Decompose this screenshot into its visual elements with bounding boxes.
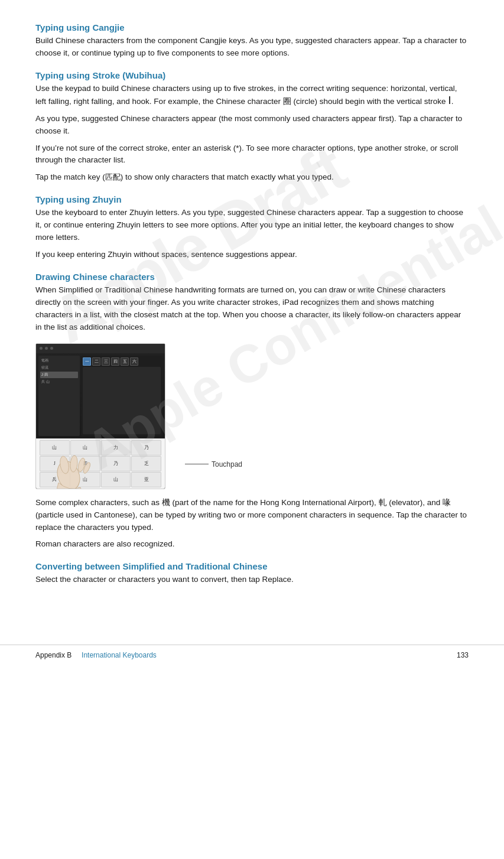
sidebar-row-3: J 四 [40, 372, 78, 378]
screen-dot-2 [45, 347, 48, 350]
callout-line [185, 464, 209, 464]
section-title-drawing: Drawing Chinese characters [35, 272, 469, 282]
screen-dot-3 [50, 347, 53, 350]
image-wrapper: 笔画 径流 J 四 兵 山 一 二 三 四 五 六 [35, 343, 236, 489]
page-container: Apple Draft Apple Confidential Typing us… [0, 0, 504, 673]
section-title-converting: Converting between Simplified and Tradit… [35, 561, 469, 571]
tp-cell-12: 亚 [131, 472, 161, 487]
zhuyin-para-0: Use the keyboard to enter Zhuyin letters… [35, 207, 469, 244]
page-footer: Appendix B International Keyboards 133 [0, 645, 504, 659]
char-cell-3: 三 [102, 357, 110, 366]
section-title-cangjie: Typing using Cangjie [35, 22, 469, 32]
tp-cell-8: 乏 [131, 456, 161, 471]
screen-dot-1 [40, 347, 43, 350]
tp-cell-7: 乃 [101, 456, 131, 471]
char-cell-2: 二 [92, 357, 100, 366]
screen-content: 笔画 径流 J 四 兵 山 一 二 三 四 五 六 [36, 353, 165, 438]
footer-spacer [35, 591, 469, 638]
converting-para-0: Select the character or characters you w… [35, 574, 469, 586]
char-cell-5: 五 [121, 357, 129, 366]
footer-page-number: 133 [457, 651, 469, 659]
footer-separator [74, 651, 80, 659]
screen-area: 笔画 径流 J 四 兵 山 一 二 三 四 五 六 [36, 344, 165, 438]
char-cell-1: 一 [83, 357, 91, 366]
footer-left: Appendix B International Keyboards [35, 651, 157, 659]
tp-cell-4: 乃 [131, 440, 161, 455]
screen-top-bar [36, 344, 165, 353]
drawing-area [83, 367, 161, 434]
zhuyin-para-1: If you keep entering Zhuyin without spac… [35, 249, 469, 261]
finger-illustration [48, 453, 101, 489]
post-image-para-1: Roman characters are also recognized. [35, 538, 469, 551]
tp-cell-3: 力 [101, 440, 131, 455]
stroke-para-0: Use the keypad to build Chinese characte… [35, 83, 469, 108]
char-cell-4: 四 [111, 357, 119, 366]
main-panel: 一 二 三 四 五 六 [81, 356, 162, 436]
cangjie-para-0: Build Chinese characters from the compon… [35, 35, 469, 60]
touchpad-area: 山 山 力 乃 J 四 乃 乏 兵 山 山 亚 [36, 438, 165, 489]
sidebar-row-1: 笔画 [40, 357, 78, 364]
char-row: 一 二 三 四 五 六 [83, 357, 161, 366]
stroke-para-3: Tap the match key (匹配) to show only char… [35, 171, 469, 184]
sidebar-row-2: 径流 [40, 365, 78, 371]
sidebar-panel: 笔画 径流 J 四 兵 山 [38, 356, 80, 436]
stroke-para-2: If you’re not sure of the correct stroke… [35, 142, 469, 167]
footer-appendix-label: Appendix B [35, 651, 71, 659]
sidebar-row-4: 兵 山 [40, 379, 78, 385]
section-title-zhuyin: Typing using Zhuyin [35, 194, 469, 204]
device-screenshot: 笔画 径流 J 四 兵 山 一 二 三 四 五 六 [35, 343, 165, 489]
touchpad-callout: Touchpad [185, 460, 242, 468]
char-cell-6: 六 [130, 357, 138, 366]
tp-cell-11: 山 [101, 472, 131, 487]
drawing-para-0: When Simplified or Traditional Chinese h… [35, 284, 469, 334]
post-image-para-0: Some complex characters, such as 機 (part… [35, 496, 469, 534]
footer-link-text: International Keyboards [82, 651, 157, 659]
stroke-para-1: As you type, suggested Chinese character… [35, 113, 469, 138]
touchpad-label: Touchpad [212, 460, 242, 468]
section-title-stroke: Typing using Stroke (Wubihua) [35, 70, 469, 80]
